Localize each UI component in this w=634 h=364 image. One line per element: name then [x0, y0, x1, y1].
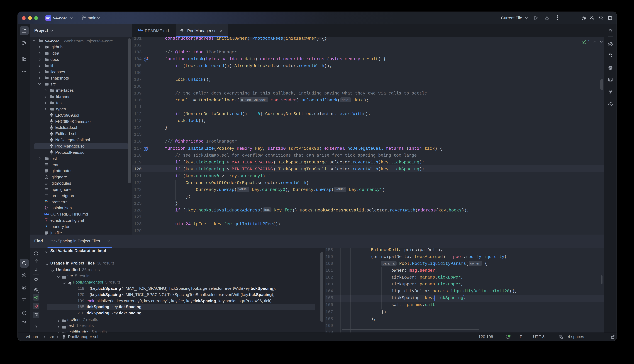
svg-text:Y: Y — [46, 220, 47, 222]
